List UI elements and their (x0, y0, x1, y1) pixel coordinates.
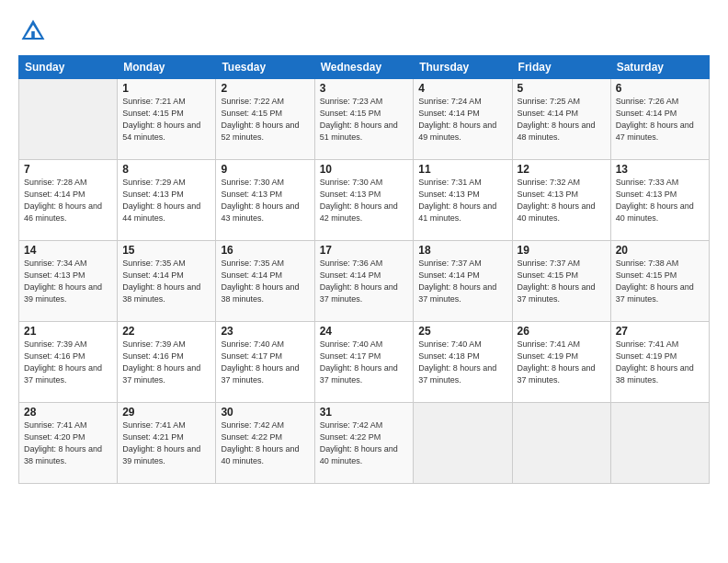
calendar-week-5: 28Sunrise: 7:41 AMSunset: 4:20 PMDayligh… (19, 403, 710, 484)
calendar-cell: 16Sunrise: 7:35 AMSunset: 4:14 PMDayligh… (216, 241, 314, 322)
calendar-cell: 4Sunrise: 7:24 AMSunset: 4:14 PMDaylight… (414, 79, 512, 160)
calendar-cell: 7Sunrise: 7:28 AMSunset: 4:14 PMDaylight… (19, 160, 118, 241)
calendar-cell: 22Sunrise: 7:39 AMSunset: 4:16 PMDayligh… (118, 322, 216, 403)
day-number: 13 (616, 163, 704, 176)
day-number: 20 (616, 244, 704, 257)
day-number: 9 (221, 163, 309, 176)
day-number: 31 (320, 406, 409, 419)
day-info: Sunrise: 7:21 AMSunset: 4:15 PMDaylight:… (122, 96, 210, 144)
calendar-table: SundayMondayTuesdayWednesdayThursdayFrid… (18, 55, 710, 484)
calendar-cell: 24Sunrise: 7:40 AMSunset: 4:17 PMDayligh… (314, 322, 414, 403)
calendar-cell: 12Sunrise: 7:32 AMSunset: 4:13 PMDayligh… (512, 160, 610, 241)
day-number: 15 (122, 244, 210, 257)
day-number: 7 (24, 163, 112, 176)
day-info: Sunrise: 7:39 AMSunset: 4:16 PMDaylight:… (24, 339, 112, 386)
day-number: 29 (122, 406, 210, 419)
weekday-header-monday: Monday (118, 56, 216, 79)
calendar-cell (19, 79, 118, 160)
calendar-week-2: 7Sunrise: 7:28 AMSunset: 4:14 PMDaylight… (19, 160, 710, 241)
calendar-cell: 13Sunrise: 7:33 AMSunset: 4:13 PMDayligh… (610, 160, 709, 241)
calendar-cell: 19Sunrise: 7:37 AMSunset: 4:15 PMDayligh… (512, 241, 610, 322)
calendar-cell: 15Sunrise: 7:35 AMSunset: 4:14 PMDayligh… (118, 241, 216, 322)
day-info: Sunrise: 7:33 AMSunset: 4:13 PMDaylight:… (616, 177, 704, 224)
day-info: Sunrise: 7:25 AMSunset: 4:14 PMDaylight:… (518, 96, 606, 144)
calendar-cell: 2Sunrise: 7:22 AMSunset: 4:15 PMDaylight… (216, 79, 314, 160)
calendar-cell: 5Sunrise: 7:25 AMSunset: 4:14 PMDaylight… (512, 79, 610, 160)
day-info: Sunrise: 7:22 AMSunset: 4:15 PMDaylight:… (221, 96, 309, 144)
weekday-header-row: SundayMondayTuesdayWednesdayThursdayFrid… (19, 56, 710, 79)
day-number: 1 (122, 82, 210, 95)
day-info: Sunrise: 7:41 AMSunset: 4:19 PMDaylight:… (518, 339, 606, 386)
day-number: 14 (24, 244, 112, 257)
day-info: Sunrise: 7:29 AMSunset: 4:13 PMDaylight:… (122, 177, 210, 224)
day-number: 21 (24, 325, 112, 338)
day-info: Sunrise: 7:31 AMSunset: 4:13 PMDaylight:… (418, 177, 506, 224)
day-info: Sunrise: 7:28 AMSunset: 4:14 PMDaylight:… (24, 177, 112, 224)
day-info: Sunrise: 7:40 AMSunset: 4:17 PMDaylight:… (221, 339, 309, 386)
day-info: Sunrise: 7:35 AMSunset: 4:14 PMDaylight:… (122, 258, 210, 305)
day-number: 27 (616, 325, 704, 338)
calendar-cell: 25Sunrise: 7:40 AMSunset: 4:18 PMDayligh… (414, 322, 512, 403)
header (18, 17, 710, 46)
day-info: Sunrise: 7:37 AMSunset: 4:14 PMDaylight:… (418, 258, 506, 305)
day-number: 17 (320, 244, 409, 257)
calendar-cell: 14Sunrise: 7:34 AMSunset: 4:13 PMDayligh… (19, 241, 118, 322)
calendar-cell: 30Sunrise: 7:42 AMSunset: 4:22 PMDayligh… (216, 403, 314, 484)
day-number: 8 (122, 163, 210, 176)
weekday-header-friday: Friday (512, 56, 610, 79)
day-number: 10 (320, 163, 409, 176)
weekday-header-sunday: Sunday (19, 56, 118, 79)
weekday-header-saturday: Saturday (610, 56, 709, 79)
calendar-cell: 17Sunrise: 7:36 AMSunset: 4:14 PMDayligh… (314, 241, 414, 322)
calendar-cell: 28Sunrise: 7:41 AMSunset: 4:20 PMDayligh… (19, 403, 118, 484)
day-number: 5 (518, 82, 606, 95)
weekday-header-thursday: Thursday (414, 56, 512, 79)
day-number: 2 (221, 82, 309, 95)
day-number: 18 (418, 244, 506, 257)
calendar-cell: 21Sunrise: 7:39 AMSunset: 4:16 PMDayligh… (19, 322, 118, 403)
calendar-cell: 20Sunrise: 7:38 AMSunset: 4:15 PMDayligh… (610, 241, 709, 322)
day-info: Sunrise: 7:24 AMSunset: 4:14 PMDaylight:… (418, 96, 506, 144)
day-number: 23 (221, 325, 309, 338)
day-info: Sunrise: 7:36 AMSunset: 4:14 PMDaylight:… (320, 258, 409, 305)
day-number: 22 (122, 325, 210, 338)
day-number: 30 (221, 406, 309, 419)
calendar-cell: 10Sunrise: 7:30 AMSunset: 4:13 PMDayligh… (314, 160, 414, 241)
day-number: 4 (418, 82, 506, 95)
day-number: 16 (221, 244, 309, 257)
calendar-cell: 29Sunrise: 7:41 AMSunset: 4:21 PMDayligh… (118, 403, 216, 484)
day-info: Sunrise: 7:39 AMSunset: 4:16 PMDaylight:… (122, 339, 210, 386)
calendar-cell: 9Sunrise: 7:30 AMSunset: 4:13 PMDaylight… (216, 160, 314, 241)
day-number: 24 (320, 325, 409, 338)
calendar-header: SundayMondayTuesdayWednesdayThursdayFrid… (19, 56, 710, 79)
day-info: Sunrise: 7:41 AMSunset: 4:20 PMDaylight:… (24, 419, 112, 467)
day-info: Sunrise: 7:42 AMSunset: 4:22 PMDaylight:… (221, 419, 309, 467)
day-info: Sunrise: 7:42 AMSunset: 4:22 PMDaylight:… (320, 419, 409, 467)
day-info: Sunrise: 7:34 AMSunset: 4:13 PMDaylight:… (24, 258, 112, 305)
calendar-cell: 23Sunrise: 7:40 AMSunset: 4:17 PMDayligh… (216, 322, 314, 403)
calendar-cell: 1Sunrise: 7:21 AMSunset: 4:15 PMDaylight… (118, 79, 216, 160)
calendar-cell: 8Sunrise: 7:29 AMSunset: 4:13 PMDaylight… (118, 160, 216, 241)
logo-icon (18, 17, 48, 46)
day-info: Sunrise: 7:35 AMSunset: 4:14 PMDaylight:… (221, 258, 309, 305)
calendar-cell: 27Sunrise: 7:41 AMSunset: 4:19 PMDayligh… (610, 322, 709, 403)
logo (18, 17, 51, 46)
calendar-cell: 11Sunrise: 7:31 AMSunset: 4:13 PMDayligh… (414, 160, 512, 241)
calendar-cell: 18Sunrise: 7:37 AMSunset: 4:14 PMDayligh… (414, 241, 512, 322)
day-number: 6 (616, 82, 704, 95)
page: SundayMondayTuesdayWednesdayThursdayFrid… (0, 0, 728, 563)
day-info: Sunrise: 7:26 AMSunset: 4:14 PMDaylight:… (616, 96, 704, 144)
calendar-cell: 31Sunrise: 7:42 AMSunset: 4:22 PMDayligh… (314, 403, 414, 484)
day-info: Sunrise: 7:38 AMSunset: 4:15 PMDaylight:… (616, 258, 704, 305)
calendar-cell: 3Sunrise: 7:23 AMSunset: 4:15 PMDaylight… (314, 79, 414, 160)
day-info: Sunrise: 7:41 AMSunset: 4:19 PMDaylight:… (616, 339, 704, 386)
day-info: Sunrise: 7:41 AMSunset: 4:21 PMDaylight:… (122, 419, 210, 467)
calendar-cell (512, 403, 610, 484)
calendar-cell: 26Sunrise: 7:41 AMSunset: 4:19 PMDayligh… (512, 322, 610, 403)
day-info: Sunrise: 7:40 AMSunset: 4:17 PMDaylight:… (320, 339, 409, 386)
calendar-cell (610, 403, 709, 484)
day-info: Sunrise: 7:40 AMSunset: 4:18 PMDaylight:… (418, 339, 506, 386)
calendar-week-4: 21Sunrise: 7:39 AMSunset: 4:16 PMDayligh… (19, 322, 710, 403)
calendar-week-1: 1Sunrise: 7:21 AMSunset: 4:15 PMDaylight… (19, 79, 710, 160)
day-number: 26 (518, 325, 606, 338)
